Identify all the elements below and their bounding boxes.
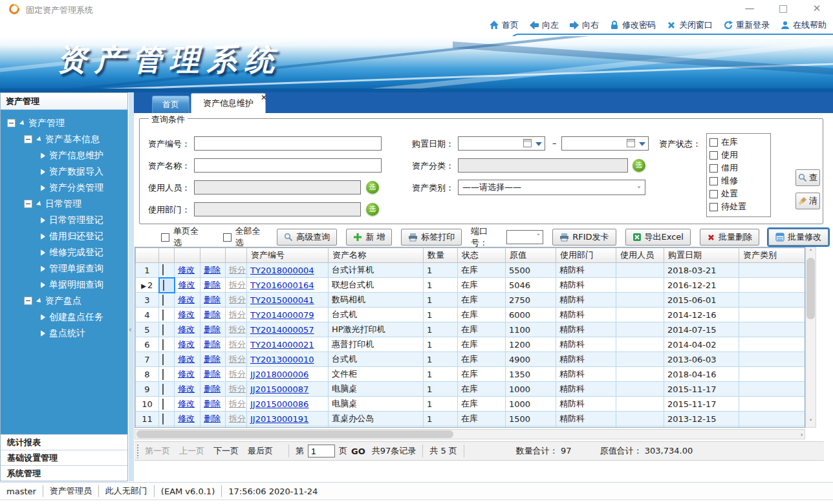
- nav-item-right[interactable]: 向右: [569, 19, 599, 31]
- tree-item-维修完成登记[interactable]: 维修完成登记: [1, 244, 127, 260]
- col-header[interactable]: 资产名称: [329, 248, 424, 263]
- tree-item-日常管理登记[interactable]: 日常管理登记: [1, 212, 127, 228]
- nav-item-closewin[interactable]: 关闭窗口: [666, 19, 713, 31]
- checkbox-icon[interactable]: [223, 233, 232, 242]
- split-link[interactable]: 拆分: [229, 310, 246, 319]
- horizontal-scrollbar[interactable]: ›: [135, 429, 805, 439]
- split-link[interactable]: 拆分: [229, 339, 246, 349]
- row-checkbox[interactable]: [162, 310, 164, 320]
- vertical-scrollbar[interactable]: ˄ ˅: [805, 247, 816, 428]
- table-row[interactable]: 8修改删除拆分JJ2018000006文件柜1在库1350精防科2018-04-…: [136, 367, 805, 382]
- dept-input[interactable]: [194, 202, 361, 216]
- table-row[interactable]: 9修改删除拆分JJ2015000087电脑桌1在库1000精防科2015-11-…: [136, 382, 805, 397]
- first-page-link[interactable]: 第一页: [145, 445, 170, 457]
- asset-id-link[interactable]: TY2015000041: [250, 295, 314, 305]
- delete-link[interactable]: 删除: [204, 369, 221, 379]
- asset-name-input[interactable]: [194, 158, 382, 173]
- col-header[interactable]: 资产编号: [247, 248, 329, 263]
- next-page-link[interactable]: 下一页: [213, 445, 239, 457]
- port-select[interactable]: ˅: [506, 230, 543, 244]
- edit-link[interactable]: 修改: [178, 324, 195, 334]
- accordion-item-系统管理[interactable]: 系统管理: [1, 465, 127, 481]
- maximize-button[interactable]: □: [776, 3, 790, 14]
- label-print-button[interactable]: 标签打印: [401, 229, 462, 246]
- tree-item-资产盘点[interactable]: 资产盘点: [1, 293, 127, 309]
- table-row[interactable]: 3修改删除拆分TY2015000041数码相机1在库2750精防科2015-06…: [136, 293, 805, 308]
- col-header[interactable]: 购置日期: [664, 248, 739, 263]
- edit-link[interactable]: 修改: [178, 384, 195, 394]
- table-row[interactable]: 7修改删除拆分TY2013000010台式机1在库4900精防科2013-06-…: [136, 352, 805, 367]
- split-link[interactable]: 拆分: [229, 324, 246, 334]
- edit-link[interactable]: 修改: [178, 414, 195, 423]
- split-link[interactable]: 拆分: [229, 295, 246, 304]
- tree-item-资产分类管理[interactable]: 资产分类管理: [1, 180, 127, 196]
- scroll-up-icon[interactable]: ˄: [806, 247, 816, 257]
- table-row[interactable]: ▶2修改删除拆分TY2016000164联想台式机1在库5046精防科2016-…: [136, 278, 805, 293]
- status-option-使用[interactable]: 使用: [709, 149, 770, 162]
- sidebar-splitter[interactable]: ‹: [129, 92, 134, 481]
- asset-id-link[interactable]: JJ2015000087: [250, 384, 308, 394]
- select-all[interactable]: 全部全选: [223, 226, 268, 249]
- asset-id-link[interactable]: JJ2013000191: [250, 414, 308, 424]
- tree-item-资产信息维护[interactable]: 资产信息维护: [1, 147, 127, 163]
- col-header[interactable]: 数量: [424, 248, 458, 263]
- delete-link[interactable]: 删除: [204, 280, 221, 289]
- delete-link[interactable]: 删除: [204, 339, 221, 349]
- nav-item-password[interactable]: 修改密码: [609, 19, 656, 31]
- nav-item-home[interactable]: 首页: [489, 19, 519, 31]
- collapse-box-icon[interactable]: [24, 200, 32, 208]
- tree-item-管理单据查询[interactable]: 管理单据查询: [1, 260, 127, 277]
- status-option-处置[interactable]: 处置: [709, 187, 770, 200]
- tree-item-资产数据导入[interactable]: 资产数据导入: [1, 163, 127, 180]
- tab-close-icon[interactable]: ✕: [261, 93, 267, 102]
- row-checkbox[interactable]: [162, 369, 164, 380]
- collapse-box-icon[interactable]: [24, 297, 32, 305]
- table-row[interactable]: 10修改删除拆分JJ2015000086电脑桌1在库1000精防科2015-11…: [136, 397, 805, 412]
- nav-item-relogin[interactable]: 重新登录: [723, 19, 770, 31]
- delete-link[interactable]: 删除: [204, 384, 221, 394]
- asset-id-link[interactable]: JJ2015000086: [250, 399, 308, 409]
- edit-link[interactable]: 修改: [178, 369, 195, 379]
- class-pick-button[interactable]: 选: [633, 159, 645, 172]
- table-row[interactable]: 6修改删除拆分TY2014000021惠普打印机1在库1200精防科2014-0…: [136, 337, 805, 352]
- edit-link[interactable]: 修改: [178, 280, 195, 289]
- collapse-box-icon[interactable]: [7, 119, 16, 127]
- delete-link[interactable]: 删除: [204, 310, 221, 319]
- status-option-待处置[interactable]: 待处置: [709, 200, 770, 213]
- edit-link[interactable]: 修改: [178, 295, 195, 304]
- prev-page-link[interactable]: 上一页: [179, 445, 204, 457]
- table-row[interactable]: 11修改删除拆分JJ2013000191直桌办公岛1在库1500精防科2013-…: [136, 412, 805, 426]
- status-option-借用[interactable]: 借用: [709, 162, 770, 174]
- tree-item-盘点统计[interactable]: 盘点统计: [1, 325, 127, 341]
- accordion-item-统计报表[interactable]: 统计报表: [1, 434, 127, 450]
- tree-item-单据明细查询[interactable]: 单据明细查询: [1, 277, 127, 293]
- table-row[interactable]: 12修改删除拆分精防科: [136, 426, 805, 428]
- delete-link[interactable]: 删除: [204, 354, 221, 364]
- checkbox-icon[interactable]: [709, 164, 718, 173]
- add-button[interactable]: 新 增: [346, 229, 392, 246]
- row-checkbox[interactable]: [162, 295, 164, 306]
- edit-link[interactable]: 修改: [178, 354, 195, 364]
- col-header[interactable]: 使用人员: [616, 248, 664, 263]
- split-link[interactable]: 拆分: [229, 280, 246, 289]
- col-header[interactable]: 状态: [458, 248, 506, 263]
- delete-link[interactable]: 删除: [204, 324, 221, 334]
- col-header[interactable]: 使用部门: [556, 248, 616, 263]
- asset-id-link[interactable]: TY2014000021: [250, 340, 314, 350]
- row-checkbox[interactable]: [162, 324, 164, 335]
- edit-link[interactable]: 修改: [178, 339, 195, 349]
- advanced-search-button[interactable]: 高级查询: [277, 229, 337, 246]
- vscroll-thumb[interactable]: [806, 258, 815, 319]
- delete-link[interactable]: 删除: [204, 265, 221, 275]
- table-row[interactable]: 5修改删除拆分TY2014000057HP激光打印机1在库1100精防科2014…: [136, 322, 805, 337]
- checkbox-icon[interactable]: [709, 177, 718, 185]
- tree-item-借用归还登记[interactable]: 借用归还登记: [1, 228, 127, 244]
- split-link[interactable]: 拆分: [229, 369, 246, 379]
- table-row[interactable]: 4修改删除拆分TY2014000079台式机1在库6000精防科2014-12-…: [136, 308, 805, 322]
- batch-delete-button[interactable]: 批量删除: [700, 229, 759, 246]
- dept-pick-button[interactable]: 选: [366, 203, 379, 216]
- checkbox-icon[interactable]: [709, 203, 718, 211]
- export-excel-button[interactable]: 导出Excel: [625, 229, 691, 246]
- row-checkbox[interactable]: [162, 339, 164, 350]
- tab-asset-info[interactable]: 资产信息维护: [191, 93, 266, 113]
